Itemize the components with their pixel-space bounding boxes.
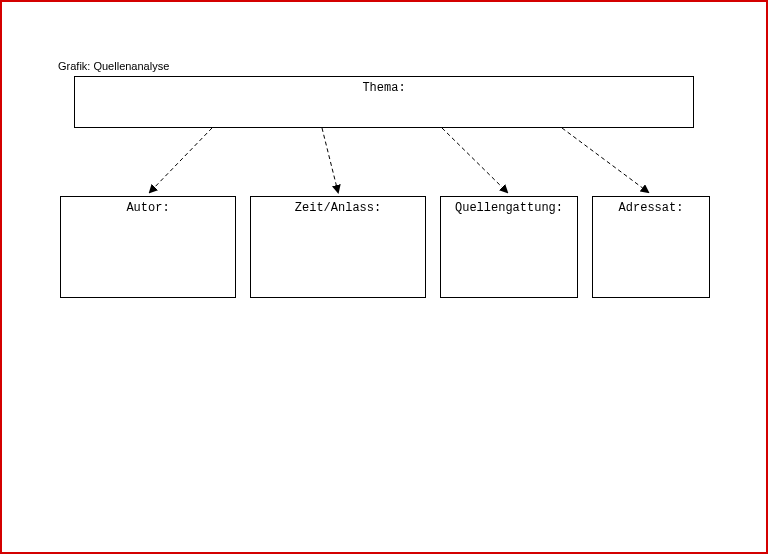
label-thema: Thema: (75, 77, 693, 95)
arrow-to-quellengattung (442, 128, 507, 192)
box-zeit: Zeit/Anlass: (250, 196, 426, 298)
box-adressat: Adressat: (592, 196, 710, 298)
box-thema: Thema: (74, 76, 694, 128)
arrow-to-autor (150, 128, 212, 192)
label-adressat: Adressat: (593, 197, 709, 215)
arrow-to-zeit (322, 128, 338, 192)
arrow-to-adressat (562, 128, 648, 192)
diagram-title: Grafik: Quellenanalyse (58, 60, 169, 72)
label-zeit: Zeit/Anlass: (251, 197, 425, 215)
label-quellengattung: Quellengattung: (441, 197, 577, 215)
box-autor: Autor: (60, 196, 236, 298)
box-quellengattung: Quellengattung: (440, 196, 578, 298)
label-autor: Autor: (61, 197, 235, 215)
